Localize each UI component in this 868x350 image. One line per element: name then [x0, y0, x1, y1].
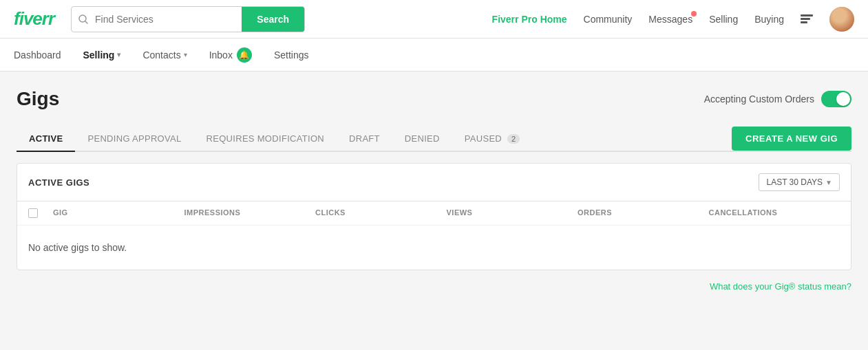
subnav-inbox[interactable]: Inbox 🔔 — [209, 38, 252, 72]
search-button[interactable]: Search — [242, 7, 304, 32]
custom-orders-toggle-wrap: Accepting Custom Orders — [704, 91, 851, 107]
search-input[interactable] — [95, 8, 242, 30]
select-all-checkbox-wrap — [28, 208, 53, 218]
subnav-inbox-label: Inbox — [209, 50, 233, 61]
col-clicks: CLICKS — [315, 208, 447, 218]
custom-orders-toggle[interactable] — [821, 91, 851, 107]
active-gigs-label: ACTIVE GIGS — [28, 177, 89, 188]
buying-link[interactable]: Buying — [754, 14, 784, 25]
main-content: Gigs Accepting Custom Orders ACTIVE PEND… — [0, 72, 868, 347]
tab-active[interactable]: ACTIVE — [17, 127, 75, 151]
messages-label: Messages — [648, 14, 692, 25]
analytics-icon[interactable] — [801, 14, 813, 23]
tab-draft[interactable]: DRAFT — [337, 127, 392, 151]
select-all-checkbox[interactable] — [28, 208, 38, 218]
inbox-badge: 🔔 — [237, 47, 252, 63]
tab-requires-modification[interactable]: REQUIRES MODIFICATION — [194, 127, 337, 151]
subnav-contacts-label: Contacts — [142, 50, 180, 61]
period-selector[interactable]: LAST 30 DAYS ▼ — [759, 173, 840, 191]
tab-paused[interactable]: PAUSED 2 — [452, 127, 533, 151]
col-views: VIEWS — [447, 208, 578, 218]
bell-icon: 🔔 — [239, 50, 249, 60]
messages-link[interactable]: Messages — [648, 14, 692, 25]
col-gig: GIG — [53, 208, 184, 218]
period-label: LAST 30 DAYS — [766, 177, 823, 187]
gig-status-link-wrap: What does your Gig® status mean? — [17, 270, 851, 303]
chevron-down-icon: ▾ — [117, 51, 120, 58]
toggle-knob — [836, 92, 850, 106]
col-cancellations: CANCELLATIONS — [709, 208, 840, 218]
subnav-selling-label: Selling — [83, 50, 115, 61]
create-gig-button[interactable]: CREATE A NEW GIG — [732, 127, 851, 151]
top-navigation: fiverr Search Fiverr Pro Home Community … — [0, 0, 868, 39]
community-link[interactable]: Community — [584, 14, 633, 25]
subnav-settings[interactable]: Settings — [274, 40, 309, 70]
dropdown-arrow-icon: ▼ — [825, 179, 832, 186]
search-icon — [72, 14, 95, 24]
avatar-image — [829, 7, 854, 32]
subnav-dashboard-label: Dashboard — [14, 50, 61, 61]
col-orders: ORDERS — [578, 208, 709, 218]
fiverr-logo[interactable]: fiverr — [14, 8, 54, 30]
table-empty-message: No active gigs to show. — [17, 226, 851, 270]
paused-tab-badge: 2 — [507, 134, 520, 144]
selling-link[interactable]: Selling — [709, 14, 738, 25]
avatar[interactable] — [829, 7, 854, 32]
tab-denied[interactable]: DENIED — [392, 127, 452, 151]
subnav-dashboard[interactable]: Dashboard — [14, 40, 61, 70]
svg-line-1 — [85, 21, 87, 23]
search-bar: Search — [71, 6, 305, 32]
tab-pending-approval[interactable]: PENDING APPROVAL — [75, 127, 193, 151]
page-header: Gigs Accepting Custom Orders — [17, 88, 851, 110]
page-title: Gigs — [17, 88, 59, 110]
gig-tabs-bar: ACTIVE PENDING APPROVAL REQUIRES MODIFIC… — [17, 127, 851, 152]
messages-notification-dot — [691, 11, 697, 17]
nav-right: Fiverr Pro Home Community Messages Selli… — [492, 7, 854, 32]
gig-status-link[interactable]: What does your Gig® status mean? — [710, 281, 851, 292]
chevron-down-icon: ▾ — [184, 51, 187, 58]
subnav-settings-label: Settings — [274, 50, 309, 61]
col-impressions: IMPRESSIONS — [184, 208, 316, 218]
gig-table: ACTIVE GIGS LAST 30 DAYS ▼ GIG IMPRESSIO… — [17, 163, 851, 270]
pro-home-link[interactable]: Fiverr Pro Home — [492, 14, 567, 25]
sub-navigation: Dashboard Selling ▾ Contacts ▾ Inbox 🔔 S… — [0, 39, 868, 72]
gig-table-header: ACTIVE GIGS LAST 30 DAYS ▼ — [17, 164, 851, 201]
subnav-selling[interactable]: Selling ▾ — [83, 40, 121, 70]
custom-orders-label: Accepting Custom Orders — [704, 94, 814, 105]
table-columns-header: GIG IMPRESSIONS CLICKS VIEWS ORDERS CANC… — [17, 201, 851, 226]
subnav-contacts[interactable]: Contacts ▾ — [142, 40, 187, 70]
